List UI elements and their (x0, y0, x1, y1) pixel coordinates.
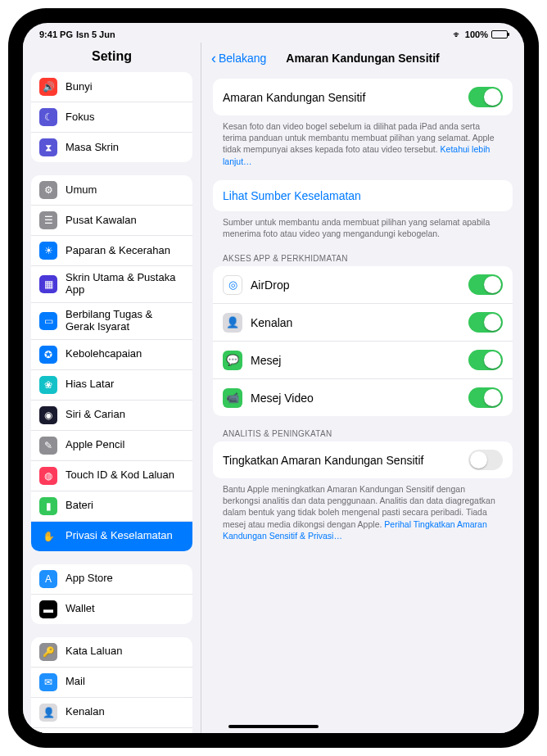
sidebar-item-label: Bateri (66, 500, 184, 512)
safety-resources-link[interactable]: Lihat Sumber Keselamatan (213, 180, 513, 211)
mesej-icon: 💬 (223, 351, 242, 370)
safety-resources-footer: Sumber untuk membantu anda membuat pilih… (213, 211, 513, 241)
app-toggle-airdrop[interactable] (468, 274, 503, 295)
sidebar-item-umum[interactable]: ⚙Umum (31, 175, 192, 206)
improve-toggle-row: Tingkatkan Amaran Kandungan Sensitif (213, 441, 513, 478)
sidebar-item-label: Masa Skrin (66, 142, 184, 154)
app-toggle-mesej[interactable] (468, 350, 503, 370)
apple-pencil-icon: ✎ (39, 437, 57, 455)
app-access-card: ◎AirDrop👤Kenalan💬Mesej📹Mesej Video (213, 266, 513, 416)
sidebar-item-kenalan[interactable]: 👤Kenalan (31, 698, 192, 728)
sensitive-warning-toggle-row: Amaran Kandungan Sensitif (213, 79, 513, 115)
home-indicator[interactable] (228, 725, 319, 728)
analytics-header: ANALITIS & PENINGKATAN (213, 416, 513, 441)
sidebar-item-berbilang-tugas-gerak-isyarat[interactable]: ▭Berbilang Tugas & Gerak Isyarat (31, 303, 192, 340)
status-bar: 9:41 PG Isn 5 Jun ᯤ 100% (23, 23, 524, 43)
app-access-header: AKSES APP & PERKHIDMATAN (213, 241, 513, 266)
sidebar-item-hias-latar[interactable]: ❀Hias Latar (31, 370, 192, 401)
mail-icon: ✉ (39, 673, 57, 691)
sidebar-scroll[interactable]: 🔊Bunyi☾Fokus⧗Masa Skrin ⚙Umum☰Pusat Kawa… (23, 72, 201, 733)
bateri-icon: ▮ (39, 497, 57, 515)
airdrop-icon: ◎ (223, 275, 242, 295)
sidebar-item-label: Hias Latar (66, 378, 184, 391)
umum-icon: ⚙ (39, 181, 57, 199)
back-label: Belakang (219, 52, 266, 65)
sidebar-item-masa-skrin[interactable]: ⧗Masa Skrin (31, 133, 192, 162)
sidebar-item-fokus[interactable]: ☾Fokus (31, 102, 192, 133)
app-toggle-kenalan[interactable] (468, 312, 503, 333)
sidebar-item-bateri[interactable]: ▮Bateri (31, 491, 192, 522)
wallet-icon: ▬ (39, 600, 57, 618)
screen: 9:41 PG Isn 5 Jun ᯤ 100% Seting 🔊Bunyi☾F… (23, 23, 524, 733)
app-row-mesej: 💬Mesej (213, 342, 513, 379)
hias-latar-icon: ❀ (39, 376, 57, 394)
sensitive-warning-toggle[interactable] (468, 87, 503, 107)
main-scroll[interactable]: Amaran Kandungan Sensitif Kesan foto dan… (201, 74, 524, 733)
app-row-airdrop: ◎AirDrop (213, 266, 513, 304)
app-store-icon: A (39, 570, 57, 588)
sidebar-item-label: Privasi & Keselamatan (66, 530, 184, 542)
sidebar-item-bunyi[interactable]: 🔊Bunyi (31, 72, 192, 102)
kenalan-icon: 👤 (223, 313, 242, 333)
sidebar-group-2: AApp Store▬Wallet (31, 564, 192, 624)
sidebar-item-touch-id-kod-laluan[interactable]: ◍Touch ID & Kod Laluan (31, 461, 192, 491)
siri-carian-icon: ◉ (39, 406, 57, 424)
sidebar-item-kata-laluan[interactable]: 🔑Kata Laluan (31, 637, 192, 668)
app-label: Kenalan (251, 316, 292, 329)
kata-laluan-icon: 🔑 (39, 643, 57, 661)
app-label: Mesej Video (251, 392, 314, 405)
status-date: Isn 5 Jun (76, 29, 115, 39)
settings-sidebar: Seting 🔊Bunyi☾Fokus⧗Masa Skrin ⚙Umum☰Pus… (23, 43, 201, 733)
sidebar-item-kebolehcapaian[interactable]: ✪Kebolehcapaian (31, 340, 192, 370)
analytics-footer: Bantu Apple meningkatkan Amaran Kandunga… (213, 478, 513, 543)
sidebar-item-pusat-kawalan[interactable]: ☰Pusat Kawalan (31, 206, 192, 236)
paparan-kecerahan-icon: ☀ (39, 242, 57, 260)
fokus-icon: ☾ (39, 108, 57, 126)
app-label: AirDrop (251, 278, 289, 292)
app-row-mesej-video: 📹Mesej Video (213, 379, 513, 416)
sidebar-item-label: Berbilang Tugas & Gerak Isyarat (66, 309, 184, 333)
touch-id-kod-laluan-icon: ◍ (39, 467, 57, 485)
back-button[interactable]: ‹ Belakang (211, 51, 266, 66)
berbilang-tugas-gerak-isyarat-icon: ▭ (39, 312, 57, 330)
sidebar-group-0: 🔊Bunyi☾Fokus⧗Masa Skrin (31, 72, 192, 162)
battery-percent: 100% (465, 29, 488, 39)
battery-icon (491, 30, 508, 38)
sidebar-item-siri-carian[interactable]: ◉Siri & Carian (31, 401, 192, 431)
sidebar-item-label: Kenalan (66, 706, 184, 718)
sensitive-warning-footer: Kesan foto dan video bogel sebelum ia di… (213, 115, 513, 169)
sensitive-warning-label: Amaran Kandungan Sensitif (223, 91, 365, 104)
navbar: ‹ Belakang Amaran Kandungan Sensitif (201, 43, 524, 74)
sidebar-item-label: Bunyi (66, 81, 184, 93)
sidebar-group-1: ⚙Umum☰Pusat Kawalan☀Paparan & Kecerahan▦… (31, 175, 192, 551)
skrin-utama-pustaka-app-icon: ▦ (39, 275, 57, 293)
sidebar-item-wallet[interactable]: ▬Wallet (31, 595, 192, 624)
sidebar-item-app-store[interactable]: AApp Store (31, 564, 192, 595)
sidebar-item-label: Wallet (66, 603, 184, 615)
mesej-video-icon: 📹 (223, 388, 242, 408)
sidebar-title: Seting (23, 43, 201, 72)
sensitive-warning-card: Amaran Kandungan Sensitif (213, 79, 513, 115)
sidebar-item-label: Fokus (66, 111, 184, 124)
sidebar-item-label: Kata Laluan (66, 645, 184, 658)
sidebar-item-kalendar[interactable]: 📅Kalendar (31, 728, 192, 733)
sidebar-item-mail[interactable]: ✉Mail (31, 668, 192, 698)
improve-toggle[interactable] (468, 450, 503, 470)
sidebar-item-privasi-keselamatan[interactable]: ✋Privasi & Keselamatan (31, 522, 192, 551)
sidebar-item-skrin-utama-pustaka-app[interactable]: ▦Skrin Utama & Pustaka App (31, 266, 192, 303)
sidebar-item-apple-pencil[interactable]: ✎Apple Pencil (31, 431, 192, 461)
analytics-card: Tingkatkan Amaran Kandungan Sensitif (213, 441, 513, 478)
sidebar-item-label: Kebolehcapaian (66, 348, 184, 360)
sidebar-item-label: Umum (66, 184, 184, 197)
bunyi-icon: 🔊 (39, 78, 57, 96)
detail-pane: ‹ Belakang Amaran Kandungan Sensitif Ama… (201, 43, 524, 733)
sidebar-item-label: Mail (66, 676, 184, 688)
status-time: 9:41 PG (39, 29, 73, 39)
sidebar-item-label: Paparan & Kecerahan (66, 245, 184, 257)
wifi-icon: ᯤ (453, 29, 462, 39)
sidebar-item-paparan-kecerahan[interactable]: ☀Paparan & Kecerahan (31, 236, 192, 266)
sidebar-item-label: Skrin Utama & Pustaka App (66, 272, 184, 297)
app-toggle-mesej-video[interactable] (468, 387, 503, 408)
masa-skrin-icon: ⧗ (39, 138, 57, 156)
pusat-kawalan-icon: ☰ (39, 211, 57, 229)
